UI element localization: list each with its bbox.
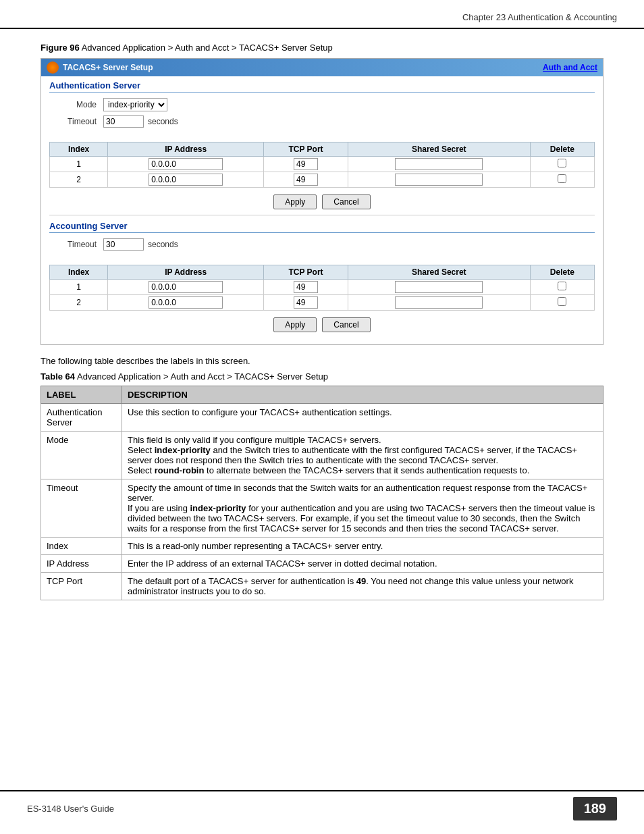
acct-row2-secret (348, 295, 530, 311)
acct-row2-delete (530, 295, 594, 311)
desc-table-row: Timeout Specify the amount of time in se… (41, 479, 603, 538)
auth-col-secret: Shared Secret (348, 142, 530, 157)
desc-table: LABEL DESCRIPTION AuthenticationServer U… (41, 386, 603, 600)
acct-apply-button[interactable]: Apply (273, 317, 317, 332)
desc-table-row: Mode This field is only valid if you con… (41, 432, 603, 479)
table64-text: Advanced Application > Auth and Acct > T… (77, 371, 328, 382)
acct-timeout-row: Timeout seconds (49, 238, 595, 251)
page-header: Chapter 23 Authentication & Accounting (0, 0, 644, 29)
acct-row2-secret-input[interactable] (395, 296, 483, 309)
figure-caption: Figure 96 Advanced Application > Auth an… (41, 43, 603, 53)
acct-row1-delete-checkbox[interactable] (558, 282, 566, 290)
figure-text: Advanced Application > Auth and Acct > T… (82, 43, 333, 53)
auth-col-index: Index (50, 142, 108, 157)
auth-timeout-label: Timeout (49, 117, 103, 126)
acct-row1-port-input[interactable] (294, 281, 318, 293)
acct-row2-index: 2 (50, 295, 108, 311)
auth-row1-delete (530, 157, 594, 172)
auth-col-delete: Delete (530, 142, 594, 157)
acct-col-index: Index (50, 265, 108, 280)
acct-button-row: Apply Cancel (49, 317, 595, 332)
acct-table: Index IP Address TCP Port Shared Secret … (49, 265, 595, 311)
acct-row1-secret-input[interactable] (395, 281, 483, 293)
label-tcp-port: TCP Port (41, 573, 122, 600)
auth-table-row: 1 (50, 157, 595, 172)
desc-tcp-port: The default port of a TACACS+ server for… (122, 573, 603, 600)
desc-table-row: TCP Port The default port of a TACACS+ s… (41, 573, 603, 600)
auth-row2-ip-input[interactable] (149, 174, 223, 186)
desc-table-row: Index This is a read-only number represe… (41, 538, 603, 555)
auth-timeout-input[interactable] (103, 115, 144, 128)
desc-ip-address: Enter the IP address of an external TACA… (122, 555, 603, 573)
auth-row2-delete (530, 172, 594, 188)
acct-row1-index: 1 (50, 280, 108, 295)
acct-col-delete: Delete (530, 265, 594, 280)
acct-row1-port (264, 280, 348, 295)
mode-label: Mode (49, 100, 103, 109)
acct-timeout-input[interactable] (103, 238, 144, 251)
acct-row1-secret (348, 280, 530, 295)
acct-row2-ip (108, 295, 264, 311)
acct-row1-ip-input[interactable] (149, 281, 223, 293)
auth-timeout-row: Timeout seconds (49, 115, 595, 128)
page-number: 189 (573, 797, 617, 820)
auth-col-port: TCP Port (264, 142, 348, 157)
tacacs-title: TACACS+ Server Setup (63, 63, 153, 72)
acct-timeout-unit: seconds (148, 240, 178, 249)
auth-cancel-button[interactable]: Cancel (322, 194, 370, 209)
tacacs-icon (47, 61, 59, 74)
tacacs-body: Authentication Server Mode index-priorit… (41, 76, 603, 344)
acct-col-ip: IP Address (108, 265, 264, 280)
auth-row1-port-input[interactable] (294, 158, 318, 170)
auth-table: Index IP Address TCP Port Shared Secret … (49, 142, 595, 188)
acct-row2-delete-checkbox[interactable] (558, 297, 566, 306)
desc-table-row: IP Address Enter the IP address of an ex… (41, 555, 603, 573)
desc-index: This is a read-only number representing … (122, 538, 603, 555)
auth-button-row: Apply Cancel (49, 194, 595, 209)
acct-row2-port-input[interactable] (294, 296, 318, 309)
acct-row2-port (264, 295, 348, 311)
footer-left-text: ES-3148 User's Guide (27, 804, 114, 814)
acct-section-title: Accounting Server (49, 221, 595, 233)
mode-row: Mode index-priority round-robin (49, 98, 595, 111)
auth-row1-port (264, 157, 348, 172)
screenshot-box: TACACS+ Server Setup Auth and Acct Authe… (41, 58, 603, 345)
mode-select[interactable]: index-priority round-robin (103, 98, 167, 111)
page-content: Figure 96 Advanced Application > Auth an… (0, 29, 644, 627)
auth-row2-port (264, 172, 348, 188)
auth-acct-link[interactable]: Auth and Acct (543, 63, 597, 72)
chapter-title: Chapter 23 Authentication & Accounting (462, 12, 617, 22)
auth-row1-ip (108, 157, 264, 172)
acct-row1-delete (530, 280, 594, 295)
acct-cancel-button[interactable]: Cancel (322, 317, 370, 332)
auth-table-row: 2 (50, 172, 595, 188)
auth-row2-index: 2 (50, 172, 108, 188)
desc-table-row: AuthenticationServer Use this section to… (41, 404, 603, 432)
auth-row1-secret-input[interactable] (395, 158, 483, 170)
label-ip-address: IP Address (41, 555, 122, 573)
auth-row2-secret-input[interactable] (395, 174, 483, 186)
auth-timeout-unit: seconds (148, 117, 178, 126)
page-footer: ES-3148 User's Guide 189 (0, 790, 644, 820)
desc-table-col-desc: DESCRIPTION (122, 386, 603, 404)
acct-table-row: 1 (50, 280, 595, 295)
acct-row1-ip (108, 280, 264, 295)
auth-row1-index: 1 (50, 157, 108, 172)
acct-row2-ip-input[interactable] (149, 296, 223, 309)
auth-row2-ip (108, 172, 264, 188)
auth-row1-ip-input[interactable] (149, 158, 223, 170)
auth-apply-button[interactable]: Apply (273, 194, 317, 209)
auth-row2-delete-checkbox[interactable] (558, 174, 566, 183)
desc-mode: This field is only valid if you configur… (122, 432, 603, 479)
auth-row2-port-input[interactable] (294, 174, 318, 186)
desc-timeout: Specify the amount of time in seconds th… (122, 479, 603, 538)
auth-row1-secret (348, 157, 530, 172)
desc-table-col-label: LABEL (41, 386, 122, 404)
acct-col-secret: Shared Secret (348, 265, 530, 280)
auth-row2-secret (348, 172, 530, 188)
label-mode: Mode (41, 432, 122, 479)
table64-caption: Table 64 Advanced Application > Auth and… (41, 371, 603, 382)
description-text: The following table describes the labels… (41, 356, 603, 366)
label-index: Index (41, 538, 122, 555)
auth-row1-delete-checkbox[interactable] (558, 159, 566, 167)
